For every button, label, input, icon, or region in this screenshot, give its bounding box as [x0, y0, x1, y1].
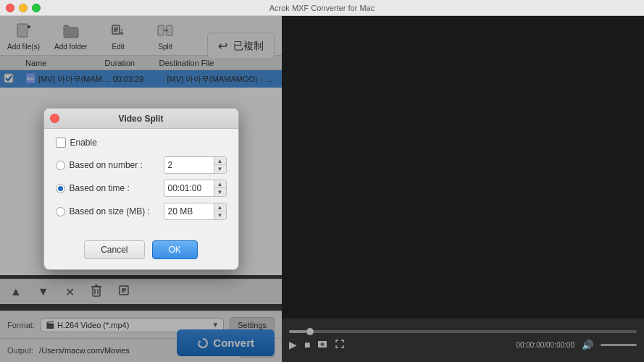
enable-checkbox[interactable]	[56, 138, 66, 148]
close-button[interactable]	[6, 4, 14, 12]
dialog-title: Video Split	[119, 114, 164, 124]
by-size-up[interactable]: ▲	[214, 203, 226, 211]
window-title: Acrok MXF Converter for Mac	[269, 4, 375, 12]
play-button[interactable]: ▶	[289, 339, 297, 350]
by-number-row: Based on number : ▲ ▼	[56, 156, 227, 174]
by-number-spinners: ▲ ▼	[214, 157, 226, 173]
by-time-input-wrapper: ▲ ▼	[164, 180, 227, 197]
dialog-overlay: Video Split Enable Based on number : ▲ ▼	[0, 16, 282, 362]
by-time-up[interactable]: ▲	[214, 180, 226, 188]
by-size-down[interactable]: ▼	[214, 211, 226, 219]
cancel-button[interactable]: Cancel	[84, 240, 144, 259]
screenshot-button[interactable]	[317, 339, 327, 350]
dialog-buttons: Cancel OK	[44, 235, 238, 269]
time-display: 00:00:00/00:00:00	[516, 341, 574, 349]
by-size-radio[interactable]	[56, 207, 65, 216]
by-number-input[interactable]	[164, 158, 214, 172]
preview-area	[282, 16, 644, 319]
by-size-spinners: ▲ ▼	[214, 203, 226, 219]
player-controls: ▶ ■ 00:00:00/00:00:00 🔊	[282, 319, 644, 362]
by-size-row: Based on size (MB) : ▲ ▼	[56, 203, 227, 220]
progress-fill	[289, 330, 306, 333]
progress-dot	[306, 328, 314, 335]
by-time-down[interactable]: ▼	[214, 188, 226, 196]
by-time-radio[interactable]	[56, 184, 65, 193]
volume-icon: 🔊	[582, 340, 593, 350]
by-number-input-wrapper: ▲ ▼	[164, 156, 227, 174]
svg-point-27	[321, 342, 325, 346]
by-number-label: Based on number :	[70, 160, 164, 170]
by-time-label: Based on time :	[70, 183, 164, 193]
dialog-close-button[interactable]	[50, 114, 59, 123]
maximize-button[interactable]	[32, 4, 41, 12]
preview-panel: ▶ ■ 00:00:00/00:00:00 🔊	[282, 16, 644, 362]
by-time-input[interactable]	[164, 181, 214, 195]
by-size-input[interactable]	[164, 204, 214, 219]
by-number-down[interactable]: ▼	[214, 165, 226, 173]
by-time-row: Based on time : ▲ ▼	[56, 180, 227, 197]
minimize-button[interactable]	[19, 4, 28, 12]
dialog-content: Enable Based on number : ▲ ▼ Based on ti…	[44, 129, 238, 235]
titlebar: Acrok MXF Converter for Mac	[0, 0, 644, 16]
enable-row: Enable	[56, 138, 227, 148]
progress-bar[interactable]	[289, 330, 637, 333]
by-size-input-wrapper: ▲ ▼	[164, 203, 227, 220]
by-size-label: Based on size (MB) :	[70, 206, 164, 216]
volume-bar[interactable]	[601, 344, 637, 346]
enable-label: Enable	[70, 138, 97, 148]
by-number-up[interactable]: ▲	[214, 157, 226, 165]
by-time-spinners: ▲ ▼	[214, 180, 226, 196]
crop-button[interactable]	[335, 339, 345, 351]
ok-button[interactable]: OK	[152, 240, 198, 259]
stop-button[interactable]: ■	[304, 339, 310, 350]
video-split-dialog: Video Split Enable Based on number : ▲ ▼	[43, 108, 239, 270]
by-number-radio[interactable]	[56, 161, 65, 170]
dialog-titlebar: Video Split	[44, 109, 238, 129]
